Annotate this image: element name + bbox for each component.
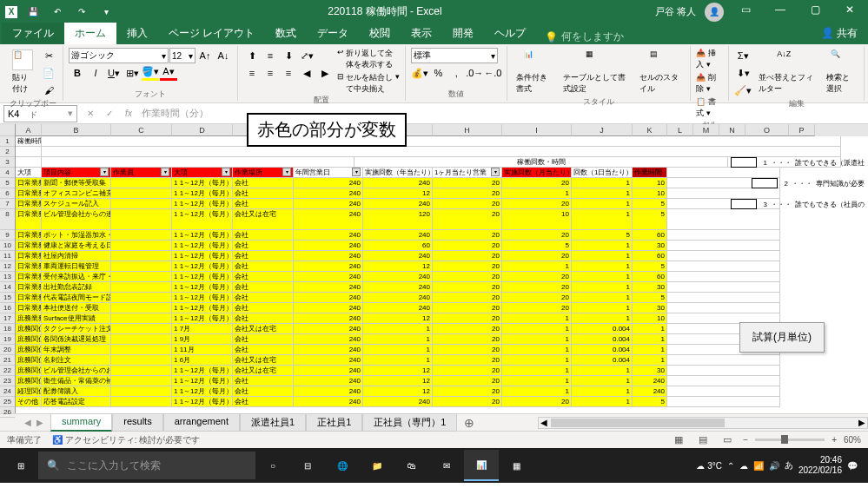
- cell[interactable]: 240: [363, 251, 433, 261]
- cell[interactable]: 1: [502, 188, 572, 199]
- cell[interactable]: 240: [294, 199, 363, 209]
- cell[interactable]: [111, 282, 172, 293]
- cell[interactable]: [667, 230, 780, 241]
- cell[interactable]: 20: [502, 251, 572, 261]
- row-headers[interactable]: 1234567891011121314151617181920212223242…: [0, 124, 16, 413]
- sheet-tab[interactable]: results: [112, 413, 162, 432]
- cell[interactable]: [111, 355, 172, 366]
- cell[interactable]: 20: [502, 303, 572, 313]
- cell[interactable]: 1 1～12月（毎月）: [172, 303, 233, 313]
- align-left-icon[interactable]: ≡: [243, 65, 261, 81]
- cell[interactable]: 年末調整: [42, 345, 111, 355]
- cell[interactable]: 20: [433, 355, 502, 366]
- cell[interactable]: 20: [502, 230, 572, 241]
- cell[interactable]: 10: [633, 178, 667, 188]
- cell[interactable]: 1 1～12月（毎月）: [172, 261, 233, 272]
- cell[interactable]: [667, 282, 780, 293]
- cell[interactable]: 庶務関係: [16, 345, 42, 355]
- edge-icon[interactable]: 🌐: [325, 450, 360, 481]
- cell[interactable]: [111, 261, 172, 272]
- cell[interactable]: スケジュール記入: [42, 199, 111, 209]
- cell[interactable]: 240: [633, 376, 667, 386]
- cell[interactable]: 240: [363, 230, 433, 241]
- cell[interactable]: 1: [502, 261, 572, 272]
- cell[interactable]: 1: [502, 345, 572, 355]
- cell[interactable]: 日常業務: [16, 251, 42, 261]
- cell[interactable]: 240: [294, 272, 363, 282]
- cell[interactable]: 1 6月: [172, 355, 233, 366]
- cell[interactable]: 240: [363, 303, 433, 313]
- add-sheet-icon[interactable]: ⊕: [457, 416, 481, 430]
- merge-button[interactable]: ⊟セルを結合して中央揃え▾: [337, 72, 400, 95]
- cell[interactable]: 日常業務: [16, 272, 42, 282]
- cell[interactable]: 5: [633, 199, 667, 209]
- cell[interactable]: 1: [502, 334, 572, 345]
- cell[interactable]: 12: [363, 313, 433, 324]
- cell[interactable]: 1 9月: [172, 334, 233, 345]
- cell[interactable]: 240: [363, 397, 433, 407]
- underline-icon[interactable]: U▾: [105, 65, 123, 81]
- cell[interactable]: 20: [433, 345, 502, 355]
- cell[interactable]: [111, 199, 172, 209]
- table-format-button[interactable]: ▦テーブルとして書式設定: [560, 48, 633, 96]
- cell[interactable]: 240: [294, 188, 363, 199]
- sheet-nav-prev-icon[interactable]: ◀: [24, 418, 31, 427]
- cell[interactable]: 日常業務: [16, 209, 42, 230]
- tab-view[interactable]: 表示: [401, 23, 442, 44]
- tray-ime-icon[interactable]: あ: [785, 459, 793, 472]
- cell[interactable]: 20: [433, 230, 502, 241]
- app-icon[interactable]: ▦: [499, 450, 533, 481]
- cell[interactable]: [111, 397, 172, 407]
- cell[interactable]: 240: [363, 293, 433, 303]
- tab-formula[interactable]: 数式: [265, 23, 307, 44]
- font-size-dropdown[interactable]: 12▾: [169, 48, 195, 63]
- copy-icon[interactable]: 📄: [40, 65, 57, 81]
- increase-font-icon[interactable]: A↑: [196, 48, 214, 63]
- cell[interactable]: [111, 251, 172, 261]
- cell[interactable]: [667, 168, 780, 178]
- tab-help[interactable]: ヘルプ: [484, 23, 536, 44]
- sheet-tab[interactable]: 派遣社員1: [240, 413, 306, 432]
- cell[interactable]: 配券簿購入: [42, 386, 111, 397]
- zoom-slider[interactable]: [755, 439, 825, 441]
- cell[interactable]: 会社又は在宅: [233, 324, 294, 334]
- cell[interactable]: 衛生備品・常備薬の補充: [42, 376, 111, 386]
- paste-button[interactable]: 📋 貼り付け: [9, 48, 36, 96]
- sort-filter-button[interactable]: A↓Z並べ替えとフィルター: [755, 48, 819, 96]
- bold-icon[interactable]: B: [69, 65, 86, 81]
- cell[interactable]: [667, 209, 780, 230]
- cell[interactable]: 庶務関係: [16, 324, 42, 334]
- share-button[interactable]: 👤 共有: [811, 23, 868, 44]
- cell[interactable]: 240: [294, 386, 363, 397]
- cell[interactable]: 1: [502, 355, 572, 366]
- cell[interactable]: 1: [572, 313, 633, 324]
- view-layout-icon[interactable]: ▤: [694, 432, 712, 448]
- cell[interactable]: 1 1～12月（毎月）: [172, 313, 233, 324]
- cell[interactable]: [667, 355, 780, 366]
- cell[interactable]: 会社: [233, 251, 294, 261]
- cell[interactable]: 240: [294, 366, 363, 376]
- fx-icon[interactable]: fx: [119, 109, 138, 118]
- cell[interactable]: 120: [363, 209, 433, 230]
- cell[interactable]: 20: [433, 366, 502, 376]
- cell[interactable]: 60: [633, 251, 667, 261]
- border-icon[interactable]: ⊞▾: [123, 65, 141, 81]
- horizontal-scrollbar[interactable]: ◀▶: [538, 417, 868, 429]
- cell[interactable]: 会社又は在宅: [233, 355, 294, 366]
- align-center-icon[interactable]: ≡: [262, 65, 279, 81]
- taskview-icon[interactable]: ⊟: [290, 450, 325, 481]
- cell[interactable]: [111, 386, 172, 397]
- cell[interactable]: 日常業務: [16, 282, 42, 293]
- decrease-font-icon[interactable]: A↓: [215, 48, 232, 63]
- cell[interactable]: 20: [433, 209, 502, 230]
- cell[interactable]: 1: [572, 282, 633, 293]
- tray-volume-icon[interactable]: 🔊: [769, 461, 779, 471]
- cell[interactable]: 12: [363, 386, 433, 397]
- cell[interactable]: 作業員▾: [111, 168, 172, 178]
- cell[interactable]: [42, 147, 841, 157]
- cell[interactable]: 1 7月: [172, 324, 233, 334]
- store-icon[interactable]: 🛍: [394, 450, 429, 481]
- tray-wifi-icon[interactable]: 📶: [753, 461, 764, 471]
- cell[interactable]: 12: [363, 366, 433, 376]
- cell[interactable]: 健康と家庭を考える日対応: [42, 241, 111, 251]
